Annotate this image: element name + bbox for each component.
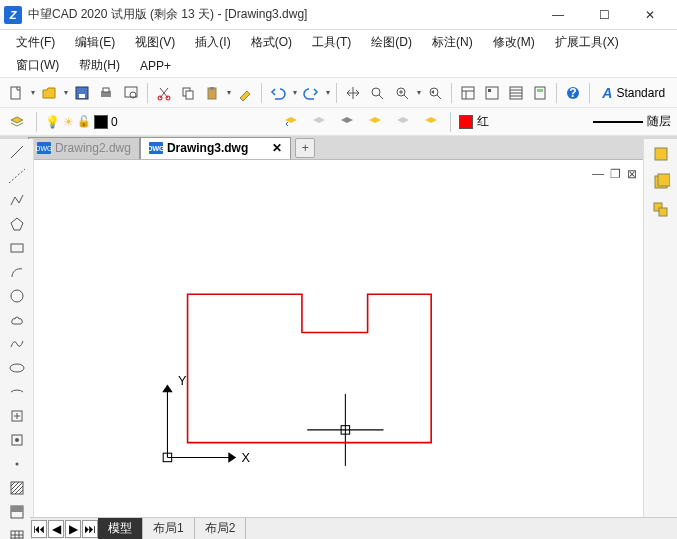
menu-draw[interactable]: 绘图(D) — [361, 32, 422, 53]
undo-dropdown[interactable]: ▾ — [293, 88, 297, 97]
hatch-tool[interactable] — [6, 479, 28, 497]
layer-tool2-button[interactable] — [392, 111, 414, 133]
menu-modify[interactable]: 修改(M) — [483, 32, 545, 53]
zoom-dropdown[interactable]: ▾ — [417, 88, 421, 97]
linetype-control[interactable]: 随层 — [589, 113, 671, 130]
file-tab-drawing3[interactable]: DWG Drawing3.dwg ✕ — [140, 137, 291, 159]
circle-tool[interactable] — [6, 287, 28, 305]
properties-button[interactable] — [458, 82, 478, 104]
minimize-button[interactable]: — — [535, 0, 581, 30]
point-tool[interactable] — [6, 455, 28, 473]
separator — [36, 112, 37, 132]
menu-dimension[interactable]: 标注(N) — [422, 32, 483, 53]
undo-button[interactable] — [268, 82, 288, 104]
menu-view[interactable]: 视图(V) — [125, 32, 185, 53]
menu-tools[interactable]: 工具(T) — [302, 32, 361, 53]
layer-lock-icon: 🔓 — [77, 115, 91, 128]
ucs-icon — [163, 385, 235, 461]
layout-tab-2[interactable]: 布局2 — [195, 518, 247, 539]
polyline-tool[interactable] — [6, 191, 28, 209]
layer-manager-button[interactable] — [6, 111, 28, 133]
palette-tool-3[interactable] — [650, 199, 672, 221]
layer-name: 0 — [111, 115, 118, 129]
open-dropdown[interactable]: ▾ — [64, 88, 68, 97]
paste-button[interactable] — [202, 82, 222, 104]
menu-app[interactable]: APP+ — [130, 57, 181, 75]
menu-help[interactable]: 帮助(H) — [69, 55, 130, 76]
print-preview-button[interactable] — [121, 82, 141, 104]
menu-edit[interactable]: 编辑(E) — [65, 32, 125, 53]
zoom-realtime-button[interactable] — [367, 82, 387, 104]
rectangle-tool[interactable] — [6, 239, 28, 257]
gradient-tool[interactable] — [6, 503, 28, 521]
textstyle-control[interactable]: A Standard — [596, 85, 671, 101]
layer-state-icons[interactable]: 💡 ☀ 🔓 0 — [45, 115, 118, 129]
svg-rect-5 — [125, 87, 137, 97]
zoom-previous-button[interactable] — [425, 82, 445, 104]
layer-previous-button[interactable] — [280, 111, 302, 133]
right-toolbar — [643, 139, 677, 517]
separator — [261, 83, 262, 103]
tab-nav-first[interactable]: ⏮ — [31, 520, 47, 538]
file-tab-label: Drawing2.dwg — [55, 141, 131, 155]
line-tool[interactable] — [6, 143, 28, 161]
new-tab-button[interactable]: + — [295, 138, 315, 158]
redo-dropdown[interactable]: ▾ — [326, 88, 330, 97]
insert-block-tool[interactable] — [6, 407, 28, 425]
cut-button[interactable] — [154, 82, 174, 104]
arc-tool[interactable] — [6, 263, 28, 281]
palette-tool-2[interactable] — [650, 171, 672, 193]
table-tool[interactable] — [6, 527, 28, 539]
new-dropdown[interactable]: ▾ — [31, 88, 35, 97]
layer-off-button[interactable] — [336, 111, 358, 133]
tool-palette-button[interactable] — [506, 82, 526, 104]
canvas[interactable]: X Y — [34, 163, 643, 539]
file-tab-close[interactable]: ✕ — [272, 141, 282, 155]
spline-tool[interactable] — [6, 335, 28, 353]
close-button[interactable]: ✕ — [627, 0, 673, 30]
open-button[interactable] — [39, 82, 59, 104]
layer-tool3-button[interactable] — [420, 111, 442, 133]
palette-tool-1[interactable] — [650, 143, 672, 165]
svg-rect-10 — [186, 91, 193, 99]
menu-extend[interactable]: 扩展工具(X) — [545, 32, 629, 53]
drawing-object[interactable] — [188, 294, 432, 442]
ellipse-tool[interactable] — [6, 359, 28, 377]
matchprop-button[interactable] — [235, 82, 255, 104]
layout-tab-model[interactable]: 模型 — [98, 518, 143, 539]
copy-button[interactable] — [178, 82, 198, 104]
save-button[interactable] — [72, 82, 92, 104]
menu-file[interactable]: 文件(F) — [6, 32, 65, 53]
paste-dropdown[interactable]: ▾ — [227, 88, 231, 97]
drawing-area[interactable]: — ❐ ⊠ X Y — [34, 163, 643, 517]
tab-nav-prev[interactable]: ◀ — [48, 520, 64, 538]
help-button[interactable]: ? — [563, 82, 583, 104]
calc-button[interactable] — [530, 82, 550, 104]
design-center-button[interactable] — [482, 82, 502, 104]
ellipse-arc-tool[interactable] — [6, 383, 28, 401]
xline-tool[interactable] — [6, 167, 28, 185]
dwg-icon: DWG — [149, 142, 163, 154]
menu-insert[interactable]: 插入(I) — [185, 32, 240, 53]
make-block-tool[interactable] — [6, 431, 28, 449]
print-button[interactable] — [96, 82, 116, 104]
menu-format[interactable]: 格式(O) — [241, 32, 302, 53]
file-tab-drawing2[interactable]: DWG Drawing2.dwg — [28, 137, 140, 159]
zoom-window-button[interactable] — [392, 82, 412, 104]
polygon-tool[interactable] — [6, 215, 28, 233]
pan-button[interactable] — [343, 82, 363, 104]
maximize-button[interactable]: ☐ — [581, 0, 627, 30]
y-axis-label: Y — [178, 374, 187, 388]
menu-window[interactable]: 窗口(W) — [6, 55, 69, 76]
tab-nav-next[interactable]: ▶ — [65, 520, 81, 538]
redo-button[interactable] — [301, 82, 321, 104]
tab-nav-last[interactable]: ⏭ — [82, 520, 98, 538]
layout-tab-1[interactable]: 布局1 — [143, 518, 195, 539]
layer-tool-button[interactable] — [364, 111, 386, 133]
new-button[interactable] — [6, 82, 26, 104]
layer-iso-button[interactable] — [308, 111, 330, 133]
revcloud-tool[interactable] — [6, 311, 28, 329]
svg-rect-4 — [103, 88, 109, 92]
svg-point-29 — [10, 364, 24, 372]
color-control[interactable]: 红 — [459, 113, 489, 130]
